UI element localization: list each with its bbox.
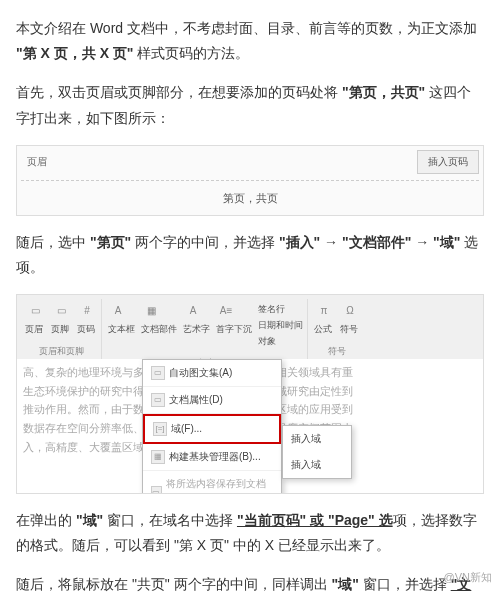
sm-item-1: 插入域 — [283, 426, 351, 452]
riqi-item: 日期和时间 — [258, 317, 303, 333]
save-icon: ▭ — [151, 486, 162, 494]
p5-c: 窗口，并选择 — [359, 576, 451, 592]
p3-c: 两个字的中间，并选择 — [131, 234, 279, 250]
screenshot-ribbon-dropdown: ▭页眉 ▭页脚 #页码 页眉和页脚 A文本框 ▦文档部件 A艺术字 A≡首字下沉… — [16, 294, 484, 494]
p4-a: 在弹出的 — [16, 512, 76, 528]
dd-yu-highlighted: [=]域(F)... — [143, 414, 281, 444]
p1-text-c: 样式页码的方法。 — [134, 45, 250, 61]
section-title-fh: 符号 — [328, 343, 346, 359]
qianming-item: 签名行 — [258, 301, 303, 317]
p5-b: "域" — [332, 576, 359, 592]
buildingblocks-icon: ▦ — [151, 450, 165, 464]
dd-zidongtu: ▭自动图文集(A) — [143, 360, 281, 387]
p4-b: "域" — [76, 512, 103, 528]
paragraph-3: 随后，选中 "第页" 两个字的中间，并选择 "插入" → "文档部件" → "域… — [16, 230, 484, 280]
insert-page-number-button: 插入页码 — [417, 150, 479, 174]
watermark: @VN新知 — [444, 568, 492, 588]
yemei-label: 页眉 — [21, 151, 53, 173]
p4-c: 窗口，在域名中选择 — [103, 512, 237, 528]
wendangbujian-button: 文档部件 — [141, 321, 177, 337]
sm-item-2: 插入域 — [283, 452, 351, 478]
p3-d: "插入" — [279, 234, 320, 250]
p5-a: 随后，将鼠标放在 "共页" 两个字的中间，同样调出 — [16, 576, 332, 592]
p3-e: → — [320, 234, 342, 250]
wendangbujian-dropdown: ▭自动图文集(A) ▭文档属性(D) [=]域(F)... ▦构建基块管理器(B… — [142, 359, 282, 494]
p1-text-a: 本文介绍在 Word 文档中，不考虑封面、目录、前言等的页数，为正文添加 — [16, 20, 477, 36]
fuhao-button: 符号 — [340, 321, 360, 337]
dd-jiangsuoxuan: ▭将所选内容保存到文档部件库(S)... — [143, 471, 281, 494]
dd-wendangshuxing: ▭文档属性(D) — [143, 387, 281, 414]
p1-bold: "第 X 页，共 X 页" — [16, 45, 134, 61]
yejiao-icon: ▭ — [51, 301, 71, 321]
yejiao-button: 页脚 — [51, 321, 71, 337]
p3-a: 随后，选中 — [16, 234, 90, 250]
gongshi-icon: π — [314, 301, 334, 321]
shouzixiachen-button: 首字下沉 — [216, 321, 252, 337]
wenbenkuang-icon: A — [108, 301, 128, 321]
p4-d: "当前页码" 或 "Page" 选 — [237, 512, 393, 528]
paragraph-2: 首先，双击页眉或页脚部分，在想要添加的页码处将 "第页，共页" 这四个字打出来，… — [16, 80, 484, 130]
screenshot-header-footer: 页眉 插入页码 第页，共页 — [16, 145, 484, 216]
paragraph-5: 随后，将鼠标放在 "共页" 两个字的中间，同样调出 "域" 窗口，并选择 "文档… — [16, 572, 484, 592]
dashed-divider — [21, 180, 479, 181]
p3-h: "域" — [433, 234, 460, 250]
autotext-icon: ▭ — [151, 366, 165, 380]
yishuzi-button: 艺术字 — [183, 321, 210, 337]
dd-goujian: ▦构建基块管理器(B)... — [143, 444, 281, 471]
fuhao-icon: Ω — [340, 301, 360, 321]
shouzixiachen-icon: A≡ — [216, 301, 236, 321]
p3-f: "文档部件" — [342, 234, 411, 250]
duixiang-item: 对象 — [258, 333, 303, 349]
yishuzi-icon: A — [183, 301, 203, 321]
paragraph-1: 本文介绍在 Word 文档中，不考虑封面、目录、前言等的页数，为正文添加 "第 … — [16, 16, 484, 66]
yemei-button: 页眉 — [25, 321, 45, 337]
field-icon: [=] — [153, 422, 167, 436]
docprop-icon: ▭ — [151, 393, 165, 407]
p3-b: "第页" — [90, 234, 131, 250]
wendangbujian-icon: ▦ — [141, 301, 161, 321]
header-center-text: 第页，共页 — [21, 187, 479, 211]
p2-text-a: 首先，双击页眉或页脚部分，在想要添加的页码处将 — [16, 84, 342, 100]
section-title-ymyj: 页眉和页脚 — [39, 343, 84, 359]
yema-button: 页码 — [77, 321, 97, 337]
ribbon-right-col: 签名行 日期和时间 对象 — [258, 301, 303, 350]
paragraph-4: 在弹出的 "域" 窗口，在域名中选择 "当前页码" 或 "Page" 选项，选择… — [16, 508, 484, 558]
p2-bold: "第页，共页" — [342, 84, 425, 100]
submenu-insert-field: 插入域 插入域 — [282, 425, 352, 479]
wenbenkuang-button: 文本框 — [108, 321, 135, 337]
yema-icon: # — [77, 301, 97, 321]
p3-g: → — [411, 234, 433, 250]
yemei-icon: ▭ — [25, 301, 45, 321]
gongshi-button: 公式 — [314, 321, 334, 337]
